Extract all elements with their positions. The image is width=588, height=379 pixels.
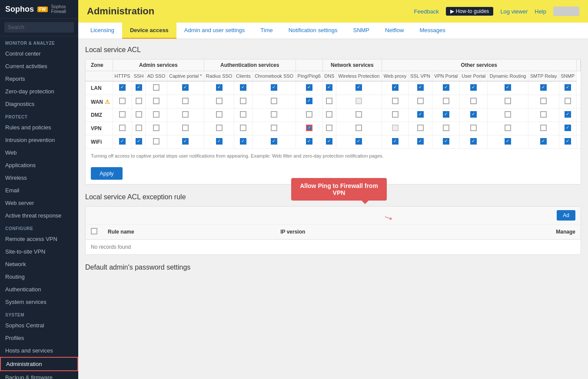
checkbox-empty[interactable]	[136, 98, 142, 104]
checkbox-empty[interactable]	[153, 111, 159, 118]
checkbox-checked[interactable]	[470, 111, 477, 118]
search-box[interactable]	[0, 19, 78, 36]
checkbox-empty[interactable]	[540, 98, 547, 104]
sidebar-item-administration[interactable]: Administration	[0, 357, 78, 371]
checkbox-empty[interactable]	[417, 125, 424, 131]
checkbox-checked[interactable]	[216, 84, 223, 91]
checkbox-checked[interactable]	[565, 138, 571, 145]
sidebar-item-zero-day[interactable]: Zero-day protection	[0, 85, 78, 98]
checkbox-checked[interactable]	[443, 138, 449, 145]
tab-snmp[interactable]: SNMP	[345, 23, 377, 39]
sidebar-item-webserver[interactable]: Web server	[0, 197, 78, 209]
help-link[interactable]: Help	[535, 8, 546, 15]
checkbox-empty[interactable]	[182, 111, 189, 118]
sidebar-item-email[interactable]: Email	[0, 184, 78, 197]
sidebar-item-current-activities[interactable]: Current activities	[0, 60, 78, 73]
checkbox-checked[interactable]	[240, 84, 246, 91]
checkbox-empty[interactable]	[505, 98, 511, 104]
checkbox-checked[interactable]	[470, 84, 477, 91]
checkbox-checked[interactable]	[271, 138, 277, 145]
checkbox-empty[interactable]	[153, 84, 159, 91]
tab-netflow[interactable]: Netflow	[377, 23, 412, 39]
sidebar-item-reports[interactable]: Reports	[0, 73, 78, 85]
sidebar-item-applications[interactable]: Applications	[0, 159, 78, 171]
checkbox-empty[interactable]	[271, 111, 277, 118]
checkbox-checked[interactable]	[326, 138, 332, 145]
user-menu[interactable]	[553, 7, 579, 16]
checkbox-checked[interactable]	[355, 138, 362, 145]
checkbox-empty[interactable]	[182, 125, 189, 131]
checkbox-checked[interactable]	[392, 138, 399, 145]
select-all-checkbox[interactable]	[91, 228, 97, 234]
sidebar-item-diagnostics[interactable]: Diagnostics	[0, 98, 78, 110]
checkbox-checked[interactable]	[216, 138, 223, 145]
checkbox-empty[interactable]	[216, 98, 223, 104]
tab-messages[interactable]: Messages	[412, 23, 453, 39]
sidebar-item-web[interactable]: Web	[0, 146, 78, 159]
checkbox-checked[interactable]	[540, 138, 547, 145]
checkbox-checked[interactable]	[306, 138, 312, 145]
checkbox-empty[interactable]	[470, 125, 477, 131]
apply-button[interactable]: Apply	[91, 167, 123, 180]
sidebar-item-profiles[interactable]: Profiles	[0, 332, 78, 344]
checkbox-empty[interactable]	[119, 98, 126, 104]
checkbox-empty[interactable]	[306, 111, 312, 118]
checkbox-empty[interactable]	[565, 98, 571, 104]
logviewer-link[interactable]: Log viewer	[500, 8, 528, 15]
checkbox-empty[interactable]	[326, 111, 332, 118]
checkbox-empty[interactable]	[271, 125, 277, 131]
checkbox-empty[interactable]	[540, 125, 547, 131]
checkbox-empty[interactable]	[355, 125, 362, 131]
checkbox-checked[interactable]	[392, 84, 399, 91]
checkbox-empty[interactable]	[153, 125, 159, 131]
feedback-link[interactable]: Feedback	[414, 8, 439, 15]
checkbox-empty[interactable]	[153, 138, 159, 145]
add-exception-button[interactable]: Ad	[557, 210, 575, 221]
checkbox-empty[interactable]	[119, 111, 126, 118]
tab-time[interactable]: Time	[252, 23, 280, 39]
checkbox-checked[interactable]	[119, 84, 126, 91]
checkbox-empty[interactable]	[443, 125, 449, 131]
checkbox-checked[interactable]	[306, 98, 312, 104]
checkbox-empty[interactable]	[119, 125, 126, 131]
checkbox-checked[interactable]	[565, 125, 571, 131]
checkbox-checked[interactable]	[417, 84, 424, 91]
checkbox-empty[interactable]	[136, 125, 142, 131]
checkbox-checked[interactable]	[417, 138, 424, 145]
tab-device-access[interactable]: Device access	[122, 23, 176, 39]
howto-button[interactable]: ▶ How-to guides	[446, 7, 494, 16]
checkbox-empty[interactable]	[271, 98, 277, 104]
tab-admin-user-settings[interactable]: Admin and user settings	[176, 23, 252, 39]
sidebar-item-routing[interactable]: Routing	[0, 270, 78, 283]
checkbox-checked[interactable]	[136, 84, 142, 91]
checkbox-empty[interactable]	[136, 111, 142, 118]
checkbox-checked[interactable]	[355, 84, 362, 91]
checkbox-checked[interactable]	[505, 138, 511, 145]
checkbox-empty[interactable]	[182, 98, 189, 104]
sidebar-item-network[interactable]: Network	[0, 258, 78, 270]
checkbox-empty[interactable]	[443, 98, 449, 104]
sidebar-item-active-threat[interactable]: Active threat response	[0, 209, 78, 222]
checkbox-checked[interactable]	[540, 84, 547, 91]
checkbox-empty[interactable]	[540, 111, 547, 118]
sidebar-item-sophos-central[interactable]: Sophos Central	[0, 319, 78, 332]
sidebar-item-rules[interactable]: Rules and policies	[0, 121, 78, 134]
checkbox-empty[interactable]	[153, 98, 159, 104]
checkbox-checked[interactable]	[119, 138, 126, 145]
checkbox-checked[interactable]	[240, 138, 246, 145]
checkbox-empty[interactable]	[240, 111, 246, 118]
checkbox-checked[interactable]	[443, 84, 449, 91]
checkbox-empty[interactable]	[240, 125, 246, 131]
checkbox-empty[interactable]	[470, 98, 477, 104]
checkbox-empty[interactable]	[392, 98, 399, 104]
checkbox-empty[interactable]	[417, 98, 424, 104]
sidebar-item-hosts-services[interactable]: Hosts and services	[0, 344, 78, 357]
checkbox-checked[interactable]	[326, 84, 332, 91]
checkbox-checked[interactable]	[182, 138, 189, 145]
checkbox-checked[interactable]	[271, 84, 277, 91]
checkbox-empty[interactable]	[326, 125, 332, 131]
sidebar-item-wireless[interactable]: Wireless	[0, 171, 78, 184]
checkbox-empty[interactable]	[326, 98, 332, 104]
checkbox-checked[interactable]	[182, 84, 189, 91]
checkbox-checked[interactable]	[505, 84, 511, 91]
